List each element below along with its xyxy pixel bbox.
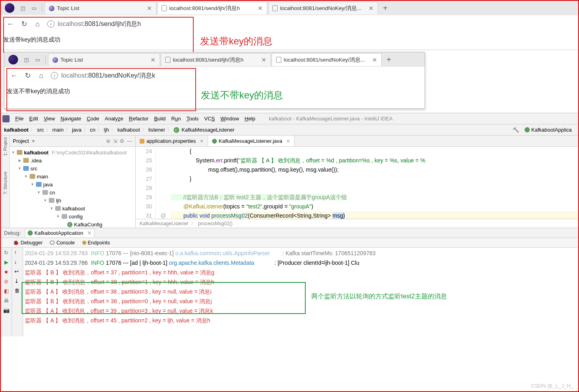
debug-subtabs: 🐞 Debugger 🖵 Console ⬣ Endpoints — [1, 238, 578, 248]
ide-breadcrumb: kafkaboot〉 src〉 main〉 java〉 cn〉 ljh〉 kaf… — [1, 124, 578, 136]
collections-icon[interactable]: ▭ — [34, 56, 41, 63]
back-icon[interactable]: ← — [6, 20, 14, 28]
stop-icon[interactable]: ■ — [3, 268, 10, 275]
sub-debugger[interactable]: 🐞 Debugger — [13, 240, 42, 246]
address-bar-row: ← ↻ ⌂ i localhost:8081/send/ljh/消息h — [1, 15, 578, 33]
project-tree[interactable]: ▼kafkabootF:\myCode2024\kafka\kafkaboot … — [10, 147, 135, 228]
annotation-2: 发送不带key的消息 — [201, 89, 283, 102]
ide-menubar: File Edit View Navigate Code Analyze Ref… — [1, 113, 578, 124]
close-icon[interactable]: ✕ — [368, 56, 377, 64]
menu-file[interactable]: File — [13, 116, 26, 122]
tab-send[interactable]: localhost:8081/send/ljh/消息h✕ — [161, 53, 271, 66]
run-config[interactable]: KafkabootApplica — [521, 126, 575, 134]
code-area[interactable]: 2425262728293031 @ { System.err.printf("… — [136, 147, 578, 219]
down-icon[interactable]: ↓ — [14, 259, 21, 265]
tab-sendnokey[interactable]: localhost:8081/sendNoKey/消息...✕ — [272, 53, 382, 66]
gear-icon[interactable]: ⚙ — [120, 138, 124, 144]
tab-topic-list[interactable]: Topic List✕ — [48, 53, 160, 66]
url-text: localhost:8081/send/ljh/消息h — [58, 20, 141, 28]
line-gutter: 2425262728293031 — [136, 147, 156, 219]
console-output[interactable]: 2024-01-29 14:53:29.783 INFO 17076 --- [… — [23, 248, 578, 336]
annotation-1: 发送带key的消息 — [200, 35, 272, 48]
address-bar[interactable]: i localhost:8081/send/ljh/消息h — [47, 20, 215, 28]
camera-icon[interactable]: 📷 — [3, 307, 10, 313]
favicon-icon — [49, 6, 54, 11]
new-tab-button[interactable]: + — [379, 2, 392, 14]
intellij-icon — [2, 115, 10, 122]
menu-navigate[interactable]: Navigate — [58, 116, 83, 122]
refresh-icon[interactable]: ↻ — [20, 20, 28, 28]
properties-icon — [140, 139, 144, 144]
print-icon[interactable]: 🖶 — [3, 297, 10, 304]
home-icon[interactable]: ⌂ — [37, 72, 45, 80]
back-icon[interactable]: ← — [10, 72, 18, 80]
close-icon[interactable]: ✕ — [286, 138, 290, 144]
menu-analyze[interactable]: Analyze — [102, 116, 126, 122]
intellij-ide: File Edit View Navigate Code Analyze Ref… — [1, 113, 578, 336]
menu-edit[interactable]: Edit — [27, 116, 40, 122]
info-icon[interactable]: i — [51, 72, 58, 79]
mute-icon[interactable]: ⊘ — [3, 278, 10, 284]
class-icon — [212, 139, 217, 144]
browser-logo-icon — [8, 55, 18, 64]
menu-window[interactable]: Window — [218, 116, 241, 122]
aim-icon[interactable]: ⊕ — [106, 138, 110, 144]
close-icon[interactable]: ✕ — [143, 5, 152, 12]
document-icon — [165, 57, 170, 63]
menu-refactor[interactable]: Refactor — [126, 116, 151, 122]
menu-build[interactable]: Build — [152, 116, 168, 122]
tab-sendnokey[interactable]: localhost:8081/sendNoKey/消息...✕ — [268, 2, 378, 14]
editor-tab-properties[interactable]: application.properties✕ — [136, 136, 208, 146]
menu-code[interactable]: Code — [84, 116, 102, 122]
debug-tabs: Debug: KafkabootApplication✕ — [1, 228, 578, 238]
close-icon[interactable]: ✕ — [365, 5, 374, 12]
info-icon[interactable]: i — [47, 20, 54, 28]
project-label[interactable]: Project — [13, 138, 29, 144]
menu-run[interactable]: Run — [169, 116, 183, 122]
struct-tab[interactable]: 7: Structure — [3, 172, 8, 194]
clear-icon[interactable]: 🗑 — [14, 288, 21, 294]
tab-send[interactable]: localhost:8081/send/ljh/消息h✕ — [157, 2, 267, 14]
workspaces-icon[interactable]: ◫ — [19, 4, 26, 12]
proj-tab[interactable]: 1: Project — [3, 137, 8, 156]
document-icon — [162, 5, 167, 11]
collections-icon[interactable]: ▭ — [30, 4, 38, 12]
editor: application.properties✕ KafkaMessageList… — [136, 136, 578, 228]
new-tab-button[interactable]: + — [383, 53, 395, 66]
build-icon[interactable]: 🔨 — [513, 127, 519, 133]
menu-view[interactable]: View — [41, 116, 57, 122]
browser-logo-icon — [5, 3, 14, 13]
rerun-icon[interactable]: ↻ — [3, 249, 10, 256]
wrap-icon[interactable]: ↩ — [14, 268, 21, 275]
document-icon — [272, 5, 278, 11]
sub-console[interactable]: 🖵 Console — [50, 240, 74, 246]
tab-strip: ◫ ▭ Topic List✕ localhost:8081/send/ljh/… — [1, 1, 578, 15]
refresh-icon[interactable]: ↻ — [24, 72, 32, 80]
sub-endpoints[interactable]: ⬣ Endpoints — [82, 240, 110, 246]
console-toolbar: ↑ ↓ ↩ ⤓ 🗑 — [12, 248, 23, 336]
up-icon[interactable]: ↑ — [14, 249, 21, 256]
home-icon[interactable]: ⌂ — [34, 20, 42, 28]
close-icon[interactable]: ✕ — [254, 5, 263, 12]
collapse-icon[interactable]: ⇲ — [113, 138, 117, 144]
address-bar[interactable]: i localhost:8081/sendNoKey/消息k — [51, 72, 219, 80]
workspaces-icon[interactable]: ◫ — [23, 56, 30, 63]
tab-title: localhost:8081/send/ljh/消息h — [169, 5, 240, 12]
menu-vcs[interactable]: VCS — [202, 116, 217, 122]
menu-tools[interactable]: Tools — [184, 116, 201, 122]
annotation-3: 两个监听方法以轮询的方式监听test2主题的消息 — [311, 292, 447, 301]
menu-help[interactable]: Help — [242, 116, 258, 122]
watermark: CSDN @_L_J_H_ — [531, 383, 573, 389]
editor-tab-listener[interactable]: KafkaMessageListener.java✕ — [208, 136, 295, 146]
tab-title: Topic List — [57, 5, 79, 11]
close-icon[interactable]: ✕ — [200, 138, 204, 144]
debug-tab-app[interactable]: KafkabootApplication✕ — [25, 229, 94, 237]
scroll-icon[interactable]: ⤓ — [14, 278, 21, 284]
layout-icon[interactable]: ◧ — [3, 288, 10, 294]
document-icon — [276, 57, 281, 63]
close-icon[interactable]: ✕ — [146, 56, 156, 64]
hide-icon[interactable]: — — [127, 138, 132, 144]
tab-topic-list[interactable]: Topic List✕ — [44, 2, 156, 14]
close-icon[interactable]: ✕ — [257, 56, 266, 64]
run-icon[interactable]: ▶ — [3, 259, 10, 265]
